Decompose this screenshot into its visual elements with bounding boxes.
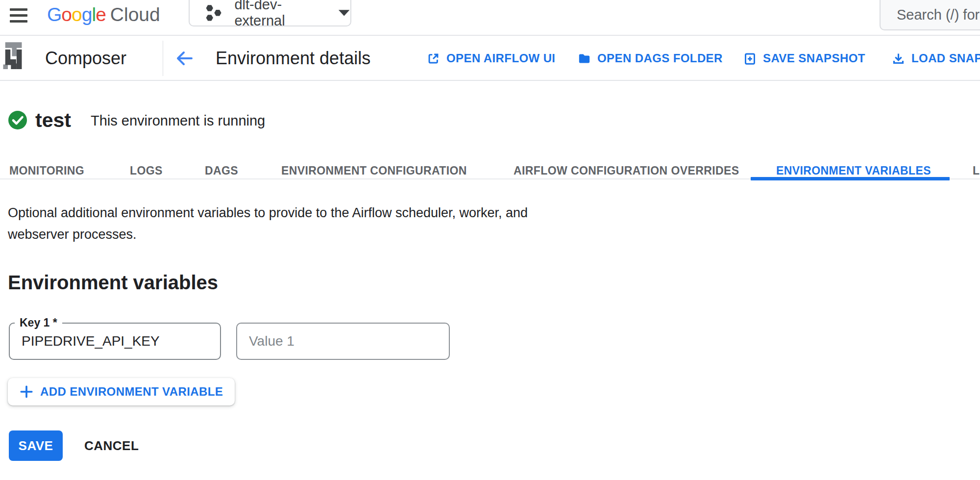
page-title: Environment details [216, 36, 370, 81]
description-line: webserver processes. [8, 224, 528, 245]
app-bar: Composer Environment details OPEN AIRFLO… [0, 36, 980, 81]
add-environment-variable-button[interactable]: ADD ENVIRONMENT VARIABLE [8, 378, 235, 405]
tab-environment-variables[interactable]: ENVIRONMENT VARIABLES [776, 164, 931, 177]
cancel-button[interactable]: CANCEL [84, 430, 139, 461]
plus-icon [20, 385, 33, 399]
tab-logs[interactable]: LOGS [130, 164, 163, 177]
tab-bar: MONITORING LOGS DAGS ENVIRONMENT CONFIGU… [0, 147, 980, 183]
google-cloud-logo: Google Cloud [47, 3, 160, 26]
tab-dags[interactable]: DAGS [205, 164, 238, 177]
action-label: OPEN DAGS FOLDER [597, 51, 723, 65]
tab-monitoring[interactable]: MONITORING [9, 164, 84, 177]
save-snapshot-button[interactable]: SAVE SNAPSHOT [743, 36, 865, 81]
composer-logo-icon [3, 41, 23, 69]
add-button-label: ADD ENVIRONMENT VARIABLE [40, 385, 223, 399]
open-in-new-icon [427, 52, 440, 65]
logo-cloud-text: Cloud [110, 4, 160, 25]
key-field-label: Key 1 * [15, 316, 62, 329]
chevron-down-icon [338, 9, 350, 17]
logo-letter: e [96, 4, 106, 25]
save-snapshot-icon [743, 52, 757, 65]
environment-status-message: This environment is running [91, 113, 265, 129]
download-icon [892, 52, 905, 65]
open-airflow-ui-button[interactable]: OPEN AIRFLOW UI [427, 36, 555, 81]
search-box [880, 0, 980, 30]
logo-letter: o [61, 4, 72, 25]
load-snapshot-button[interactable]: LOAD SNAPSHOT [892, 36, 980, 81]
tab-labels[interactable]: LABELS [973, 164, 980, 177]
project-selector[interactable]: dlt-dev-external [189, 0, 351, 26]
project-hexagons-icon [203, 2, 223, 24]
tab-environment-configuration[interactable]: ENVIRONMENT CONFIGURATION [281, 164, 467, 177]
value-field [236, 323, 450, 360]
environment-name: test [35, 109, 71, 132]
action-label: OPEN AIRFLOW UI [446, 51, 555, 65]
top-bar: Google Cloud dlt-dev-external [0, 0, 980, 36]
section-description: Optional additional environment variable… [8, 202, 528, 245]
project-name: dlt-dev-external [234, 0, 326, 29]
search-input[interactable] [897, 7, 980, 23]
tab-airflow-configuration-overrides[interactable]: AIRFLOW CONFIGURATION OVERRIDES [514, 164, 739, 177]
back-button[interactable] [175, 49, 195, 68]
section-heading: Environment variables [8, 272, 218, 294]
action-label: LOAD SNAPSHOT [911, 51, 980, 65]
action-label: SAVE SNAPSHOT [763, 51, 865, 65]
menu-icon[interactable] [10, 8, 27, 24]
open-dags-folder-button[interactable]: OPEN DAGS FOLDER [578, 36, 723, 81]
active-tab-indicator [751, 177, 950, 180]
value-input[interactable] [237, 324, 449, 359]
logo-letter: o [72, 4, 82, 25]
logo-letter: G [47, 4, 61, 25]
status-running-icon [7, 110, 28, 130]
product-name: Composer [45, 36, 126, 81]
description-line: Optional additional environment variable… [8, 202, 528, 224]
logo-letter: g [82, 4, 92, 25]
logo-letter: l [92, 4, 96, 25]
divider [163, 41, 163, 76]
folder-icon [578, 52, 591, 65]
arrow-back-icon [175, 49, 195, 68]
save-button[interactable]: SAVE [9, 430, 63, 461]
